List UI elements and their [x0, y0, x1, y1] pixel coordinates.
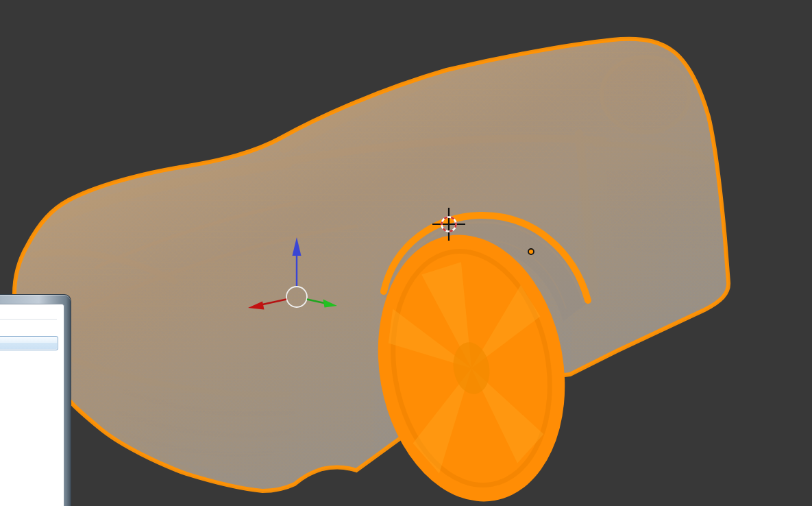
viewport-3d[interactable]	[0, 0, 812, 506]
car-silhouette-outline	[14, 39, 728, 491]
dialog-window-fragment	[0, 294, 71, 506]
dialog-divider	[0, 319, 57, 320]
origin-marker-icon	[528, 249, 534, 254]
viewport-canvas[interactable]	[0, 0, 812, 506]
dialog-body	[0, 304, 64, 506]
dialog-button[interactable]	[0, 336, 58, 350]
car-mesh-object[interactable]	[0, 0, 812, 506]
